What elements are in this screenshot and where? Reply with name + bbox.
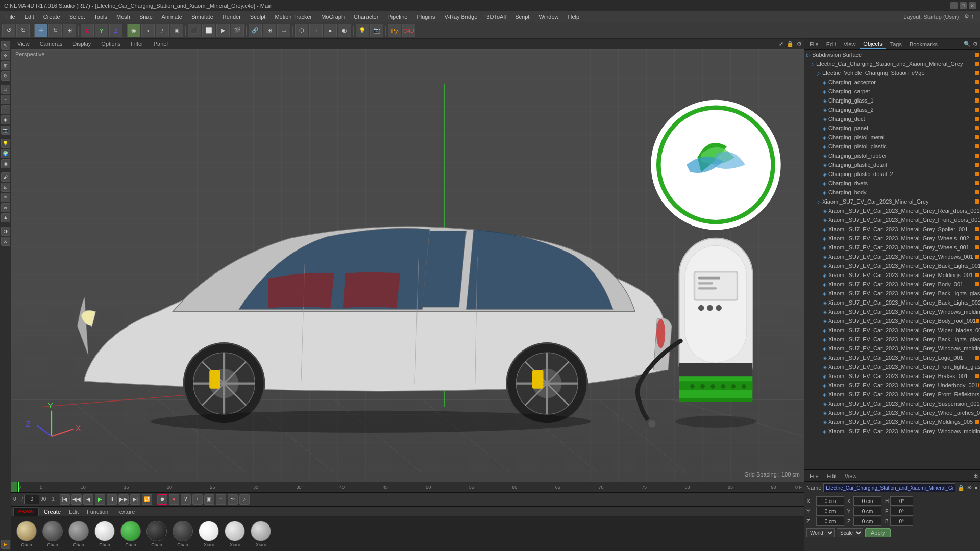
x-axis-button[interactable]: X [81,24,94,37]
tool-spline[interactable]: ~ [1,95,10,104]
name-dot-icon[interactable]: ● [974,485,978,491]
tool-mograph[interactable]: ∞ [1,203,10,212]
tree-windows-moldings-003[interactable]: ◈ Xiaomi_SU7_EV_Car_2023_Mineral_Grey_Wi… [804,344,980,353]
vp-tab-cameras[interactable]: Cameras [36,40,67,48]
rb-tab-file[interactable]: File [806,472,822,480]
tree-rear-doors[interactable]: ◈ Xiaomi_SU7_EV_Car_2023_Mineral_Grey_Re… [804,206,980,215]
minimize-button[interactable]: ─ [950,2,958,9]
menu-motion-tracker[interactable]: Motion Tracker [271,13,316,21]
material-item-4[interactable]: Chan [92,521,117,547]
menu-snap[interactable]: Snap [135,13,157,21]
mat-tab-create[interactable]: Create [41,509,64,515]
tool-primitive[interactable]: □ [1,85,10,94]
auto-key-button[interactable]: + [192,494,203,505]
coord-b[interactable] [890,517,913,526]
apply-button[interactable]: Apply [865,528,891,537]
rp-tab-objects[interactable]: Objects [860,40,885,49]
material-item-10[interactable]: Xiaoi [249,521,273,547]
tool-python[interactable]: ▶ [1,540,10,549]
vp-tab-view[interactable]: View [13,40,34,48]
tree-windows-001[interactable]: ◈ Xiaomi_SU7_EV_Car_2023_Mineral_Grey_Wi… [804,252,980,261]
rb-tab-view[interactable]: View [842,472,860,480]
rp-tab-file[interactable]: File [806,40,822,48]
material-item-3[interactable]: Chan [66,521,91,547]
snap-tool[interactable]: 🔗 [249,24,262,37]
fill-tool[interactable]: ● [324,24,337,37]
motion-clip-button[interactable]: ▣ [204,494,214,505]
loop-button[interactable]: 🔁 [142,494,152,505]
menu-edit[interactable]: Edit [20,13,38,21]
menu-render[interactable]: Render [218,13,245,21]
menu-mograph[interactable]: MoGraph [317,13,349,21]
tree-acceptor[interactable]: ◈ Charging_acceptor [804,78,980,87]
menu-select[interactable]: Select [65,13,89,21]
mat-ball-2[interactable] [42,521,63,541]
material-item-9[interactable]: Xiaoi [223,521,247,547]
mat-ball-4[interactable] [94,521,115,541]
render-all[interactable]: ▶ [216,24,230,37]
menu-character[interactable]: Character [350,13,382,21]
mat-ball-8[interactable] [199,521,219,541]
menu-create[interactable]: Create [39,13,64,21]
curve-editor-button[interactable]: 〜 [228,494,238,505]
tool-character[interactable]: ♟ [1,213,10,222]
tool-paint[interactable]: 🖌 [1,172,10,182]
material-item-6[interactable]: Chan [144,521,169,547]
tool-light[interactable]: 💡 [1,139,10,148]
coord-y-extra[interactable] [853,507,881,516]
go-end-button[interactable]: ▶| [130,494,140,505]
start-frame-input[interactable] [24,495,39,504]
vp-settings-icon[interactable]: ⚙ [797,41,802,47]
tree-glass2[interactable]: ◈ Charging_glass_2 [804,105,980,114]
tree-panel[interactable]: ◈ Charging_panel [804,123,980,133]
move-tool[interactable]: ✛ [34,24,47,37]
rp-tab-edit[interactable]: Edit [823,40,839,48]
tree-xiaomi-group[interactable]: ▷ Xiaomi_SU7_EV_Car_2023_Mineral_Grey [804,197,980,206]
rb-icon-1[interactable]: ⊞ [973,472,978,479]
step-back-button[interactable]: ◀◀ [71,494,82,505]
tree-back-lights-001[interactable]: ◈ Xiaomi_SU7_EV_Car_2023_Mineral_Grey_Ba… [804,261,980,270]
grid-tool[interactable]: ⊞ [263,24,276,37]
rp-search-icon[interactable]: 🔍 [964,41,971,47]
timeline-view-button[interactable]: ≡ [216,494,226,505]
sound-button[interactable]: ♪ [239,494,250,505]
selection-tool[interactable]: ⬡ [295,24,308,37]
tool-deformer[interactable]: ◈ [1,115,10,124]
menu-plugins[interactable]: Plugins [412,13,439,21]
rotate-tool[interactable]: ↻ [48,24,62,37]
mat-ball-6[interactable] [146,521,167,541]
coord-z-extra[interactable] [853,517,881,526]
name-eye-icon[interactable]: 👁 [967,485,972,491]
mat-tab-texture[interactable]: Texture [113,509,138,515]
object-tree[interactable]: ▷ Subdivision Surface ▷ Electric_Car_Cha… [804,50,980,469]
coord-world-select[interactable]: World Object [806,528,835,537]
menu-sculpt[interactable]: Sculpt [246,13,270,21]
vp-tab-panel[interactable]: Panel [150,40,172,48]
tree-group-charging-station[interactable]: ▷ Electric_Car_Charging_Station_and_Xiao… [804,59,980,68]
python-btn[interactable]: Py [388,24,401,37]
rp-tab-tags[interactable]: Tags [887,40,905,48]
tree-moldings-001[interactable]: ◈ Xiaomi_SU7_EV_Car_2023_Mineral_Grey_Mo… [804,270,980,280]
vp-tab-options[interactable]: Options [97,40,125,48]
tree-back-lights-002[interactable]: ◈ Xiaomi_SU7_EV_Car_2023_Mineral_Grey_Ba… [804,298,980,307]
tree-spoiler[interactable]: ◈ Xiaomi_SU7_EV_Car_2023_Mineral_Grey_Sp… [804,224,980,234]
tree-windows-moldings-001[interactable]: ◈ Xiaomi_SU7_EV_Car_2023_Mineral_Grey_Wi… [804,427,980,436]
rp-tab-view[interactable]: View [841,40,859,48]
mat-ball-1[interactable] [16,521,37,541]
tree-reflektors[interactable]: ◈ Xiaomi_SU7_EV_Car_2023_Mineral_Grey_Fr… [804,390,980,399]
menu-animate[interactable]: Animate [158,13,186,21]
menu-vray[interactable]: V-Ray Bridge [440,13,482,21]
tree-logo-001[interactable]: ◈ Xiaomi_SU7_EV_Car_2023_Mineral_Grey_Lo… [804,353,980,362]
tree-back-lights-glass-002[interactable]: ◈ Xiaomi_SU7_EV_Car_2023_Mineral_Grey_Ba… [804,335,980,344]
tool-material[interactable]: ◑ [1,227,10,236]
go-start-button[interactable]: |◀ [60,494,70,505]
tree-windows-moldings-002[interactable]: ◈ Xiaomi_SU7_EV_Car_2023_Mineral_Grey_Wi… [804,307,980,316]
tool-xpresso[interactable]: X [1,237,10,246]
tree-pistol-metal[interactable]: ◈ Charging_pistol_metal [804,133,980,142]
menu-file[interactable]: File [2,13,19,21]
vp-tab-filter[interactable]: Filter [127,40,147,48]
tree-evgo-group[interactable]: ▷ Electric_Vehicle_Charging_Station_eVgo [804,68,980,78]
tool-scene[interactable]: 🌍 [1,149,10,158]
menu-3dtoall[interactable]: 3DToAll [482,13,510,21]
tool-sculpt[interactable]: ⊡ [1,183,10,192]
